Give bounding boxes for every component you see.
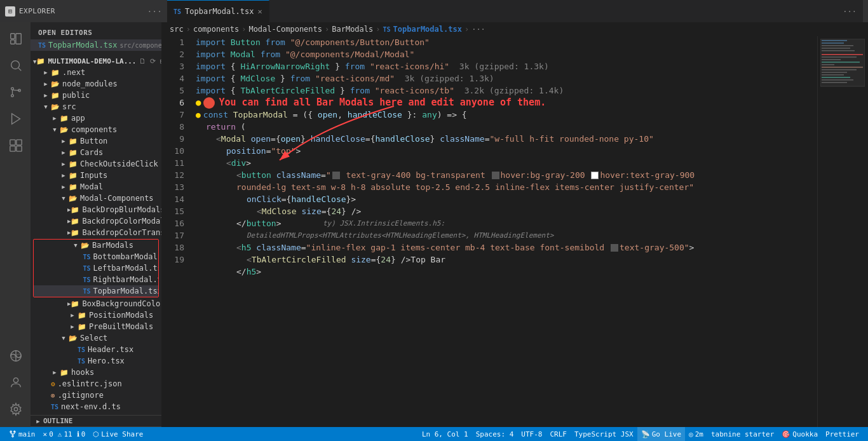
status-language[interactable]: TypeScript JSX <box>571 427 637 441</box>
tab-topbar-modal[interactable]: TS TopbarModal.tsx ✕ <box>167 0 269 22</box>
tree-bar-modals[interactable]: ▼ 📂 BarModals <box>34 240 158 251</box>
tab-overflow[interactable]: ··· <box>843 7 863 16</box>
activity-settings[interactable] <box>3 397 28 422</box>
tree-button[interactable]: ▶ 📁 Button <box>31 135 161 147</box>
tree-backdrop-color[interactable]: ▶ 📁 BackdropColorModals <box>31 215 161 227</box>
tree-header[interactable]: ▶ TS Header.tsx <box>31 344 161 355</box>
code-line-13: <MdClose size={24} /> <box>196 205 817 217</box>
rbar-icon: TS <box>83 276 90 283</box>
tree-prebuilt[interactable]: ▶ 📁 PreBuiltModals <box>31 321 161 332</box>
ln-18: 18 <box>167 241 184 254</box>
esl-label: .eslintrc.json <box>58 379 122 388</box>
code-line-5: import { TbAlertCircleFilled } from "rea… <box>196 85 817 97</box>
pub-arrow: ▶ <box>41 92 51 98</box>
activity-search[interactable] <box>3 53 28 78</box>
status-quokka[interactable]: 🎯 Quokka <box>778 427 822 441</box>
tree-node-modules[interactable]: ▶ 📂 node_modules <box>31 78 161 90</box>
code-line-11: <button className=" text-gray-400 bg-tra… <box>196 169 817 181</box>
root-section: ▼ 📁 MULTIMODAL-DEMO-LA... 🗋 ⟳ ⊞ ⊟ ▶ 📁 .n… <box>31 53 161 415</box>
activity-account[interactable] <box>3 370 28 395</box>
bbar-icon: TS <box>83 254 90 261</box>
tree-next[interactable]: ▶ 📁 .next <box>31 67 161 78</box>
code-line-10: <div> <box>196 157 817 169</box>
tree-modal[interactable]: ▶ 📁 Modal <box>31 181 161 193</box>
bc-sep5: › <box>465 25 469 34</box>
tbar-label: TopbarModal.tsx <box>93 287 158 295</box>
status-tabnine[interactable]: tabnine starter <box>707 427 778 441</box>
tree-hooks[interactable]: ▶ 📁 hooks <box>31 367 161 378</box>
tree-hero[interactable]: ▶ TS Hero.tsx <box>31 355 161 367</box>
hero-label: Hero.tsx <box>88 356 125 365</box>
tree-box-bg[interactable]: ▶ 📁 BoxBackgroundColorModals <box>31 298 161 309</box>
btn-arrow: ▶ <box>58 138 69 144</box>
quokka-text: Quokka <box>792 430 818 438</box>
mc-arrow: ▼ <box>58 195 69 201</box>
bc-sep1: › <box>186 25 191 34</box>
open-file-topbar[interactable]: TS TopbarModal.tsx src/components/... ✕ <box>31 39 161 51</box>
tab-close-button[interactable]: ✕ <box>257 7 262 16</box>
tree-position-modals[interactable]: ▶ 📁 PositionModals <box>31 309 161 321</box>
activity-explorer[interactable] <box>3 26 28 51</box>
error-count: 0 <box>49 430 53 438</box>
pub-icon: 📁 <box>51 92 60 100</box>
bt-label: BackdropColorTransparency... <box>82 228 161 237</box>
status-line-ending[interactable]: CRLF <box>546 427 571 441</box>
status-errors[interactable]: ✕ 0 ⚠ 11 ℹ 0 <box>39 427 90 441</box>
svg-point-17 <box>14 407 18 411</box>
outline-header[interactable]: ▶ OUTLINE <box>31 416 161 426</box>
status-prettier[interactable]: Prettier <box>822 427 863 441</box>
encoding-text: UTF-8 <box>521 430 542 438</box>
activity-remote[interactable] <box>3 343 28 369</box>
tree-public[interactable]: ▶ 📁 public <box>31 90 161 101</box>
sidebar: OPEN EDITORS TS TopbarModal.tsx src/comp… <box>31 22 162 427</box>
code-line-8: return ( <box>196 121 817 133</box>
warning-icon: ⚠ <box>58 430 62 438</box>
root-icons: 🗋 ⟳ ⊞ ⊟ <box>139 57 162 65</box>
prettier-text: Prettier <box>825 430 859 438</box>
tree-gitignore[interactable]: ▶ ⊗ .gitignore <box>31 390 161 401</box>
tree-cards[interactable]: ▶ 📁 Cards <box>31 147 161 158</box>
tree-app[interactable]: ▶ 📁 app <box>31 112 161 124</box>
tree-bottombar-modal[interactable]: ▶ TS BottombarModal.tsx <box>34 251 158 262</box>
bc-modal-components: Modal-Components <box>248 25 322 34</box>
tree-backdrop-transparency[interactable]: ▶ 📁 BackdropColorTransparency... <box>31 227 161 238</box>
bar-modals-highlight-box: ▼ 📂 BarModals ▶ TS BottombarModal.tsx ▶ … <box>33 239 159 297</box>
main-area: OPEN EDITORS TS TopbarModal.tsx src/comp… <box>0 22 868 427</box>
tree-leftbar-modal[interactable]: ▶ TS LeftbarModal.tsx <box>34 262 158 274</box>
tree-topbar-modal[interactable]: ▶ TS TopbarModal.tsx <box>34 285 158 297</box>
activity-debug[interactable] <box>3 106 28 132</box>
ln-8: 8 <box>167 121 184 133</box>
status-encoding[interactable]: UTF-8 <box>517 427 546 441</box>
minimap <box>817 36 868 427</box>
tree-rightbar-modal[interactable]: ▶ TS RightbarModal.tsx <box>34 274 158 285</box>
tree-select[interactable]: ▼ 📂 Select <box>31 332 161 344</box>
next-arrow: ▶ <box>41 69 51 76</box>
hk-icon: 📁 <box>60 369 69 377</box>
activity-git[interactable] <box>3 79 28 105</box>
root-folder[interactable]: ▼ 📁 MULTIMODAL-DEMO-LA... 🗋 ⟳ ⊞ ⊟ <box>31 56 161 67</box>
status-branch[interactable]: main <box>5 427 39 441</box>
explorer-dots[interactable]: ··· <box>147 6 162 16</box>
git-label: .gitignore <box>58 391 104 400</box>
tree-next-env[interactable]: ▶ TS next-env.d.ts <box>31 401 161 412</box>
status-go-live[interactable]: 📡 Go Live <box>637 427 685 441</box>
tree-check-outside[interactable]: ▶ 📁 CheckOutsideClick <box>31 158 161 170</box>
tree-inputs[interactable]: ▶ 📁 Inputs <box>31 170 161 181</box>
status-flow[interactable]: ◎ 2m <box>685 427 707 441</box>
bc-dots: ··· <box>471 25 485 34</box>
tree-eslint[interactable]: ▶ ⚙ .eslintrc.json <box>31 378 161 390</box>
code-lines[interactable]: import Button from "@/components/Button/… <box>191 36 817 427</box>
tree-components[interactable]: ▼ 📂 components <box>31 124 161 135</box>
bm-icon: 📂 <box>81 241 90 250</box>
ts-file-icon: TS <box>38 42 46 49</box>
tab-label: TopbarModal.tsx <box>185 7 254 16</box>
tree-modal-components[interactable]: ▼ 📂 Modal-Components <box>31 193 161 204</box>
tree-src[interactable]: ▼ 📂 src <box>31 101 161 112</box>
status-position[interactable]: Ln 6, Col 1 <box>418 427 472 441</box>
tree-backdrop-blur[interactable]: ▶ 📁 BackDropBlurModals <box>31 204 161 215</box>
activity-extensions[interactable] <box>3 133 28 158</box>
status-live-share[interactable]: ⬡ Live Share <box>89 427 147 441</box>
outline-label: OUTLINE <box>43 417 72 425</box>
bc-sep2: › <box>241 25 246 34</box>
status-spaces[interactable]: Spaces: 4 <box>472 427 518 441</box>
